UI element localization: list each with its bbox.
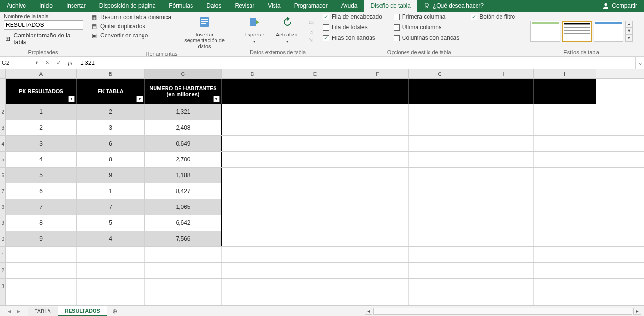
cell-pk[interactable]: 6 — [6, 183, 77, 199]
cell-fk[interactable]: 7 — [77, 199, 145, 215]
cell[interactable] — [534, 183, 596, 199]
sheet-nav-prev[interactable]: ◄ — [7, 308, 12, 314]
cell-hab[interactable]: 1,065 — [145, 199, 222, 215]
sheet-tab-tabla[interactable]: TABLA — [28, 307, 58, 316]
cell-pk[interactable]: 1 — [6, 104, 77, 120]
cell[interactable] — [222, 168, 284, 183]
cell-pk[interactable]: 5 — [6, 168, 77, 183]
summarize-pivot-button[interactable]: ▦Resumir con tabla dinámica — [90, 13, 171, 21]
cell[interactable] — [409, 168, 471, 183]
cell[interactable] — [222, 136, 284, 151]
cell[interactable] — [409, 104, 471, 120]
cell[interactable] — [534, 152, 596, 167]
tab-insertar[interactable]: Insertar — [60, 0, 93, 12]
row-head[interactable]: 7 — [0, 183, 6, 199]
row-head[interactable]: 3 — [0, 120, 6, 135]
table-name-input[interactable] — [4, 20, 83, 30]
cell[interactable] — [409, 263, 471, 278]
cell[interactable] — [534, 294, 596, 305]
tab-revisar[interactable]: Revisar — [228, 0, 262, 12]
cell[interactable] — [284, 279, 346, 294]
chk-banded-rows[interactable]: Filas con bandas — [323, 35, 382, 41]
cell[interactable] — [471, 199, 534, 215]
cell[interactable] — [346, 104, 409, 120]
cell-hab[interactable]: 1,321 — [145, 104, 222, 120]
cell[interactable] — [534, 231, 596, 246]
chk-last-col[interactable]: Última columna — [394, 24, 459, 31]
row-head[interactable]: 2 — [0, 263, 6, 278]
cell-fk[interactable]: 9 — [77, 168, 145, 183]
cell[interactable] — [409, 247, 471, 262]
cell[interactable] — [346, 263, 409, 278]
cell[interactable] — [534, 79, 596, 104]
cell[interactable] — [534, 136, 596, 151]
cell[interactable] — [471, 279, 534, 294]
convert-range-button[interactable]: ▣Convertir en rango — [90, 32, 171, 39]
cell[interactable] — [346, 79, 409, 104]
cell[interactable] — [284, 231, 346, 246]
cancel-formula-button[interactable]: ✕ — [41, 59, 53, 66]
header-fk[interactable]: FK TABLA▼ — [77, 79, 145, 104]
col-D[interactable]: D — [222, 69, 284, 78]
cell[interactable] — [471, 263, 534, 278]
row-head[interactable]: 8 — [0, 199, 6, 215]
cell-hab[interactable]: 2,408 — [145, 120, 222, 135]
open-browser-icon[interactable]: ⎘ — [307, 27, 315, 35]
cell[interactable] — [284, 168, 346, 183]
header-hab[interactable]: NUMERO DE HABITANTES (en millones)▼ — [145, 79, 222, 104]
cell[interactable] — [346, 152, 409, 167]
cell[interactable] — [77, 263, 145, 278]
cell-pk[interactable]: 2 — [6, 120, 77, 135]
cell-fk[interactable]: 2 — [77, 104, 145, 120]
cell[interactable] — [346, 199, 409, 215]
cell-hab[interactable]: 0,649 — [145, 136, 222, 151]
col-F[interactable]: F — [346, 69, 409, 78]
cell[interactable] — [222, 231, 284, 246]
cell[interactable] — [346, 183, 409, 199]
chk-banded-cols[interactable]: Columnas con bandas — [394, 35, 459, 41]
hscroll-track[interactable] — [373, 308, 632, 315]
chk-first-col[interactable]: Primera columna — [394, 13, 459, 20]
cell[interactable] — [284, 247, 346, 262]
cell[interactable] — [409, 183, 471, 199]
cell[interactable] — [471, 231, 534, 246]
filter-icon[interactable]: ▼ — [213, 96, 220, 102]
cell-hab[interactable]: 7,566 — [145, 231, 222, 246]
cell[interactable] — [222, 183, 284, 199]
style-thumb-2[interactable] — [562, 21, 592, 42]
cell[interactable] — [6, 279, 77, 294]
cell[interactable] — [77, 247, 145, 262]
share-button[interactable]: Compartir — [596, 0, 644, 12]
row-head[interactable]: 9 — [0, 215, 6, 231]
cell[interactable] — [409, 279, 471, 294]
cell-pk[interactable]: 8 — [6, 215, 77, 231]
cell[interactable] — [471, 136, 534, 151]
cell[interactable] — [222, 263, 284, 278]
cell-fk[interactable]: 3 — [77, 120, 145, 135]
header-pk[interactable]: PK RESULTADOS▼ — [6, 79, 77, 104]
cell-fk[interactable]: 4 — [77, 231, 145, 246]
add-sheet-button[interactable]: ⊕ — [107, 306, 122, 316]
col-A[interactable]: A — [6, 69, 77, 78]
cell[interactable] — [534, 104, 596, 120]
tab-diseno-tabla[interactable]: Diseño de tabla — [364, 0, 417, 12]
col-B[interactable]: B — [77, 69, 145, 78]
cell[interactable] — [6, 247, 77, 262]
cell-pk[interactable]: 9 — [6, 231, 77, 246]
cell-fk[interactable]: 1 — [77, 183, 145, 199]
export-button[interactable]: Exportar▾ — [241, 13, 268, 49]
cell[interactable] — [471, 104, 534, 120]
col-C[interactable]: C — [145, 69, 222, 78]
chk-filter-btn[interactable]: Botón de filtro — [471, 13, 515, 20]
name-box[interactable]: C2 ▼ — [0, 57, 41, 69]
cell[interactable] — [346, 231, 409, 246]
cell[interactable] — [284, 263, 346, 278]
cell[interactable] — [77, 294, 145, 305]
cell[interactable] — [534, 168, 596, 183]
cell[interactable] — [284, 199, 346, 215]
cell[interactable] — [471, 215, 534, 231]
tab-datos[interactable]: Datos — [200, 0, 228, 12]
tab-vista[interactable]: Vista — [261, 0, 287, 12]
gallery-down[interactable]: ▼ — [626, 28, 632, 35]
cell[interactable] — [409, 120, 471, 135]
